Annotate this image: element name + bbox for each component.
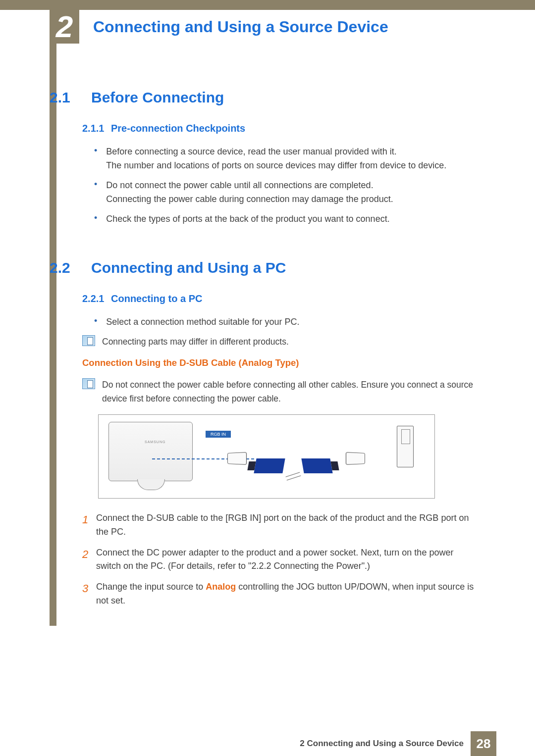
- cable-icon: [285, 472, 301, 480]
- dsub-connector-left-icon: [254, 458, 285, 473]
- section-2-1-heading: 2.1 Before Connecting: [50, 89, 481, 106]
- section-2-2-heading: 2.2 Connecting and Using a PC: [50, 259, 481, 276]
- chapter-number: 2: [56, 11, 73, 42]
- bullet-icon: •: [94, 179, 97, 206]
- dsub-connector-right-icon: [301, 458, 332, 473]
- note-icon: [82, 335, 95, 346]
- subsection-2-1-1-heading: 2.1.1 Pre-connection Checkpoints: [82, 123, 481, 134]
- step-number: 3: [82, 580, 96, 608]
- h3-title: Connection Using the D-SUB Cable (Analog…: [82, 357, 481, 368]
- section-number: 2.2: [50, 259, 91, 276]
- note-row: Connecting parts may differ in different…: [82, 335, 481, 349]
- step3-part-a: Change the input source to: [96, 582, 206, 592]
- subsection-number: 2.1.1: [82, 123, 111, 134]
- step-item: 1 Connect the D-SUB cable to the [RGB IN…: [82, 511, 481, 539]
- pc-port-icon: [346, 452, 365, 465]
- note-text: Connecting parts may differ in different…: [102, 335, 289, 349]
- bullet-icon: •: [94, 315, 97, 329]
- bullet-icon: •: [94, 212, 97, 226]
- list-item: • Check the types of ports at the back o…: [94, 212, 481, 226]
- pc-tower-illustration: [397, 426, 414, 467]
- list-item: • Select a connection method suitable fo…: [94, 315, 481, 329]
- bullet-icon: •: [94, 145, 97, 173]
- step-item: 2 Connect the DC power adapter to the pr…: [82, 546, 481, 574]
- chapter-number-box: 2: [50, 10, 79, 44]
- monitor-stand: [137, 479, 165, 490]
- subsection-2-2-1-heading: 2.2.1 Connecting to a PC: [82, 293, 481, 304]
- list-item: • Do not connect the power cable until a…: [94, 179, 481, 206]
- section-title: Connecting and Using a PC: [91, 259, 286, 276]
- section-title: Before Connecting: [91, 89, 224, 106]
- page-content: 2.1 Before Connecting 2.1.1 Pre-connecti…: [50, 89, 481, 615]
- monitor-illustration: SAMSUNG: [108, 422, 193, 481]
- note-icon: [82, 378, 95, 389]
- footer-page-number: 28: [471, 731, 496, 756]
- note-text: Do not connect the power cable before co…: [102, 378, 481, 405]
- bullet-list: • Before connecting a source device, rea…: [94, 145, 481, 226]
- monitor-port-icon: [227, 452, 247, 465]
- subsection-title: Connecting to a PC: [111, 293, 202, 304]
- bullet-text: Do not connect the power cable until all…: [106, 179, 393, 206]
- page-footer: 2 Connecting and Using a Source Device 2…: [0, 731, 535, 756]
- chapter-header: 2 Connecting and Using a Source Device: [50, 10, 388, 44]
- footer-chapter-label: 2 Connecting and Using a Source Device: [300, 739, 464, 749]
- numbered-steps: 1 Connect the D-SUB cable to the [RGB IN…: [82, 511, 481, 608]
- step-text: Connect the DC power adapter to the prod…: [96, 546, 481, 574]
- step-item: 3 Change the input source to Analog cont…: [82, 580, 481, 608]
- step-number: 2: [82, 546, 96, 574]
- bullet-list: • Select a connection method suitable fo…: [94, 315, 481, 329]
- subsection-number: 2.2.1: [82, 293, 111, 304]
- step-text: Change the input source to Analog contro…: [96, 580, 481, 608]
- monitor-brand-label: SAMSUNG: [145, 440, 165, 444]
- bullet-text: Before connecting a source device, read …: [106, 145, 446, 173]
- step-text: Connect the D-SUB cable to the [RGB IN] …: [96, 511, 481, 539]
- connection-diagram: SAMSUNG RGB IN: [98, 414, 435, 499]
- section-number: 2.1: [50, 89, 91, 106]
- header-bar: [0, 0, 535, 10]
- port-label: RGB IN: [206, 431, 231, 438]
- list-item: • Before connecting a source device, rea…: [94, 145, 481, 173]
- note-row: Do not connect the power cable before co…: [82, 378, 481, 405]
- bullet-text: Check the types of ports at the back of …: [106, 212, 389, 226]
- step-number: 1: [82, 511, 96, 539]
- subsection-title: Pre-connection Checkpoints: [111, 123, 245, 134]
- chapter-title: Connecting and Using a Source Device: [93, 18, 388, 36]
- footer-spacer: [496, 731, 535, 756]
- bullet-text: Select a connection method suitable for …: [106, 315, 299, 329]
- step3-emphasis: Analog: [206, 582, 236, 592]
